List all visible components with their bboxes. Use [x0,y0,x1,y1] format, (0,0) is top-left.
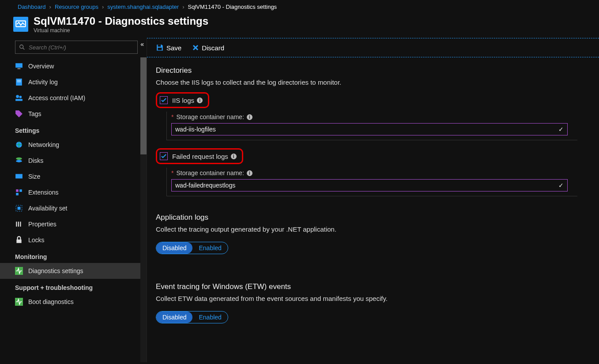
availability-icon [15,204,23,212]
svg-point-12 [16,158,22,160]
chevron-right-icon: › [102,4,104,10]
svg-point-1 [20,45,23,49]
disks-icon [15,157,23,165]
sidebar-item-label: Properties [28,221,57,228]
sidebar-item-activity-log[interactable]: Activity log [0,74,147,90]
close-icon [192,44,199,51]
breadcrumb: Dashboard › Resource groups › system.sha… [0,0,599,13]
svg-rect-21 [18,221,19,226]
size-icon [15,173,23,180]
sidebar-item-diagnostics-settings[interactable]: Diagnostics settings [0,263,147,279]
svg-rect-19 [18,207,21,210]
chevron-right-icon: › [182,4,184,10]
sidebar-nav: Overview Activity log Access control (IA… [0,58,147,360]
chevron-right-icon: › [49,4,51,10]
scrollbar-thumb[interactable] [140,57,147,154]
iis-container-row: *Storage container name:i wad-iis-logfil… [166,112,577,140]
breadcrumb-current: SqlVM11470 - Diagnostics settings [188,4,277,10]
failed-request-label: Failed request logsi [172,153,237,160]
failed-container-value: wad-failedrequestlogs [175,182,235,189]
discard-label: Discard [202,44,224,52]
etw-disabled-option[interactable]: Disabled [156,311,192,323]
svg-rect-17 [16,193,19,195]
sidebar-search[interactable] [15,41,138,54]
breadcrumb-link[interactable]: Dashboard [18,4,46,10]
breadcrumb-link[interactable]: Resource groups [55,4,98,10]
sidebar-item-iam[interactable]: Access control (IAM) [0,90,147,106]
directories-desc: Choose the IIS logs to collect and the l… [156,79,590,86]
sidebar-item-label: Diagnostics settings [28,267,83,274]
iis-logs-highlight: IIS logsi [156,92,209,108]
app-logs-disabled-option[interactable]: Disabled [156,242,192,254]
sidebar-group-support: Support + troubleshooting [0,279,147,294]
content-pane: Save Discard Directories Choose the IIS … [147,38,599,362]
svg-rect-14 [15,174,23,178]
sidebar-item-boot-diagnostics[interactable]: Boot diagnostics [0,294,147,310]
failed-container-input[interactable]: wad-failedrequestlogs✓ [171,179,568,191]
search-input[interactable] [28,44,134,51]
svg-rect-10 [15,99,23,101]
etw-toggle[interactable]: Disabled Enabled [156,311,228,323]
save-icon [156,44,164,52]
info-icon[interactable]: i [231,154,237,159]
app-logs-desc: Collect the tracing output generated by … [156,225,590,233]
lock-icon [15,236,23,244]
failed-request-logs-highlight: Failed request logsi [156,148,243,164]
required-icon: * [171,113,173,120]
directories-title: Directories [156,66,590,75]
iis-logs-checkbox[interactable] [160,96,168,104]
svg-rect-23 [16,240,21,243]
sidebar-item-tags[interactable]: Tags [0,106,147,122]
svg-line-2 [23,48,25,50]
toolbar: Save Discard [147,38,599,57]
svg-rect-6 [17,80,21,81]
svg-rect-20 [16,221,17,226]
svg-point-9 [19,96,22,98]
sidebar-item-label: Locks [28,236,45,244]
collapse-sidebar-icon[interactable]: « [140,41,144,48]
failed-container-row: *Storage container name:i wad-failedrequ… [166,168,577,196]
svg-point-8 [16,95,19,98]
info-icon[interactable]: i [247,170,252,176]
etw-enabled-option[interactable]: Enabled [192,311,227,323]
app-logs-title: Application logs [156,213,590,222]
app-logs-toggle[interactable]: Disabled Enabled [156,242,228,254]
check-icon: ✓ [558,126,564,133]
sidebar-item-label: Boot diagnostics [28,298,74,305]
sidebar-item-locks[interactable]: Locks [0,232,147,248]
iis-logs-label: IIS logsi [172,97,203,104]
extensions-icon [15,188,23,196]
iis-container-label: Storage container name: [176,113,244,120]
app-logs-enabled-option[interactable]: Enabled [192,242,227,254]
save-button[interactable]: Save [156,44,181,52]
sidebar-item-availability-set[interactable]: Availability set [0,200,147,216]
page-header: SqlVM11470 - Diagnostics settings Virtua… [0,13,599,38]
sidebar-item-label: Overview [28,63,54,70]
log-icon [15,78,23,86]
sidebar-item-extensions[interactable]: Extensions [0,184,147,200]
sidebar-item-size[interactable]: Size [0,169,147,184]
sidebar-item-networking[interactable]: Networking [0,137,147,153]
page-subtitle: Virtual machine [34,27,208,34]
vm-icon [13,17,28,32]
info-icon[interactable]: i [197,98,203,103]
sidebar-item-label: Tags [28,110,41,117]
sidebar-item-overview[interactable]: Overview [0,58,147,74]
svg-rect-22 [20,221,21,226]
discard-button[interactable]: Discard [192,44,224,52]
tag-icon [15,110,23,118]
failed-request-checkbox[interactable] [160,152,168,160]
svg-rect-7 [17,82,21,82]
iis-container-value: wad-iis-logfiles [175,126,216,133]
svg-rect-4 [18,68,21,69]
sidebar-item-properties[interactable]: Properties [0,216,147,232]
sidebar-scrollbar[interactable] [140,57,147,362]
globe-icon [15,141,23,149]
iis-container-input[interactable]: wad-iis-logfiles✓ [171,123,568,135]
svg-rect-26 [158,45,161,47]
check-icon: ✓ [558,182,564,189]
sidebar-item-label: Availability set [28,205,67,212]
info-icon[interactable]: i [247,114,252,120]
breadcrumb-link[interactable]: system.shanghai.sqladapter [107,4,179,10]
sidebar-item-disks[interactable]: Disks [0,153,147,169]
